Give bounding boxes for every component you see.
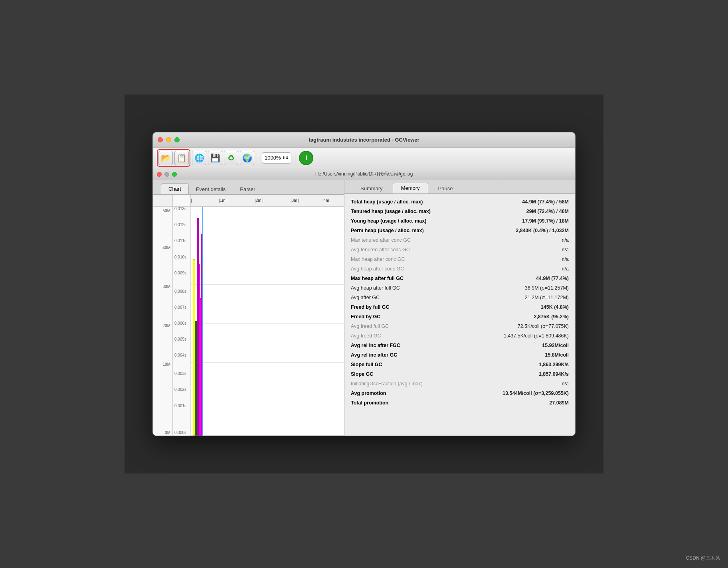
- stats-label: Avg rel inc after FGC: [351, 341, 400, 349]
- stats-label: Avg freed full GC: [351, 322, 389, 330]
- stats-value: n/a: [489, 265, 569, 273]
- sub-window-controls: [157, 172, 177, 177]
- gc-bar-green: [195, 321, 197, 436]
- stats-value: 1,857.094K/s: [489, 370, 569, 378]
- stats-label: Avg tenured after conc GC: [351, 246, 410, 254]
- y2-axis-header: [173, 195, 191, 206]
- stats-value: 44.9M (77.4%) / 58M: [489, 198, 569, 206]
- y2-label-009: 0.009s: [174, 271, 186, 275]
- stats-value: 36.9M (σ=11.257M): [489, 284, 569, 292]
- tab-pause[interactable]: Pause: [430, 183, 461, 193]
- tab-chart[interactable]: Chart: [161, 183, 189, 194]
- info-button[interactable]: i: [299, 151, 313, 165]
- stats-value: 1,863.299K/s: [489, 361, 569, 369]
- stats-row: Avg heap after conc GCn/a: [351, 264, 569, 274]
- stats-label: Young heap (usage / alloc. max): [351, 217, 426, 225]
- stats-label: Total promotion: [351, 399, 388, 407]
- chart-plot: [191, 207, 344, 436]
- tab-parser[interactable]: Parser: [233, 184, 262, 194]
- timeline-4m: |4m: [322, 198, 329, 203]
- app-title: tagtraum industries incorporated - GCVie…: [309, 137, 419, 143]
- y2-label-012: 0.012s: [174, 223, 186, 227]
- stats-value: 3,840K (0.4%) / 1,032M: [489, 227, 569, 235]
- grid-line-17: [191, 246, 344, 246]
- zoom-chevron: ⬆⬇: [282, 156, 289, 160]
- chart-body: 50M 40M 30M 20M 10M 0M 0.013s 0.012s 0.0…: [153, 207, 344, 436]
- y-label-0m: 0M: [165, 430, 170, 435]
- sub-close-button[interactable]: [157, 172, 162, 177]
- stats-row: Avg rel inc after FGC15.92M/coll: [351, 341, 569, 350]
- network-button[interactable]: 🌐: [192, 151, 206, 165]
- stats-row: InitiatingOccFraction (avg / max)n/a: [351, 379, 569, 389]
- stats-row: Max heap after conc GCn/a: [351, 254, 569, 264]
- sub-maximize-button[interactable]: [172, 172, 177, 177]
- close-button[interactable]: [158, 137, 163, 142]
- stats-value: 145K (4.8%): [489, 303, 569, 311]
- stats-value: n/a: [489, 255, 569, 263]
- stats-row: Max tenured after conc GCn/a: [351, 235, 569, 245]
- stats-value: 27.089M: [489, 399, 569, 407]
- chart-timeline: | |1m | |2m | |3m | |4m: [191, 195, 344, 206]
- sub-title-bar: file:/Users/xinning/Public/练习代码/后端/gc.lo…: [153, 168, 575, 180]
- stats-label: Max tenured after conc GC: [351, 236, 411, 244]
- save-button[interactable]: 💾: [208, 151, 222, 165]
- zoom-selector[interactable]: 1000% ⬆⬇: [262, 152, 291, 164]
- timeline-1m: |1m |: [219, 198, 228, 203]
- title-bar: tagtraum industries incorporated - GCVie…: [153, 132, 575, 148]
- stats-label: Perm heap (usage / alloc. max): [351, 227, 424, 235]
- stats-row: Avg tenured after conc GCn/a: [351, 245, 569, 254]
- refresh-button[interactable]: ♻: [224, 151, 238, 165]
- y-label-10m: 10M: [163, 362, 170, 367]
- window-controls: [158, 137, 180, 142]
- sub-minimize-button: [164, 172, 169, 177]
- stats-row: Avg heap after full GC36.9M (σ=11.257M): [351, 283, 569, 293]
- stats-row: Young heap (usage / alloc. max)17.9M (99…: [351, 216, 569, 226]
- maximize-button[interactable]: [174, 137, 180, 142]
- stats-value: 72.5K/coll (σ=77.075K): [489, 322, 569, 330]
- settings-button[interactable]: 🌍: [240, 151, 254, 165]
- y-axis-header: [153, 195, 173, 206]
- toolbar: 📂 📋 🌐 💾 ♻ 🌍 1000% ⬆⬇: [153, 148, 575, 168]
- stats-value: 13.544M/coll (σ=3,259.055K): [489, 389, 569, 397]
- y2-label-004: 0.004s: [174, 353, 186, 357]
- y-label-50m: 50M: [163, 209, 170, 213]
- chart-area: Chart Event details Parser | |1m | |2m |…: [153, 180, 344, 436]
- sub-window: file:/Users/xinning/Public/练习代码/后端/gc.lo…: [153, 168, 575, 436]
- y2-label-006: 0.006s: [174, 321, 186, 325]
- timeline-cursor: |: [191, 198, 192, 203]
- stats-value: 1,437.5K/coll (σ=1,809.486K): [489, 332, 569, 340]
- toolbar-separator-2: [295, 152, 295, 164]
- open-file-button[interactable]: 📂: [158, 151, 173, 165]
- tab-summary[interactable]: Summary: [352, 183, 391, 193]
- stats-label: Max heap after full GC: [351, 274, 404, 282]
- y2-label-007: 0.007s: [174, 305, 186, 310]
- chart-header: | |1m | |2m | |3m | |4m: [153, 195, 344, 207]
- stats-row: Avg freed full GC72.5K/coll (σ=77.075K): [351, 321, 569, 331]
- minimize-button[interactable]: [166, 137, 171, 142]
- stats-row: Freed by full GC145K (4.8%): [351, 302, 569, 312]
- timeline-2m: |2m |: [255, 198, 263, 203]
- y2-label-005: 0.005s: [174, 337, 186, 341]
- stats-label: Freed by full GC: [351, 303, 390, 311]
- stats-value: n/a: [489, 236, 569, 244]
- open-recent-button[interactable]: 📋: [174, 151, 189, 165]
- zoom-value: 1000%: [265, 155, 281, 161]
- stats-value: 21.2M (σ=11.172M): [489, 294, 569, 302]
- grid-line-68: [191, 362, 344, 363]
- position-marker: [202, 207, 203, 436]
- tab-event-details[interactable]: Event details: [189, 184, 233, 194]
- right-tab-bar: Summary Memory Pause: [344, 180, 575, 194]
- y2-label-003: 0.003s: [174, 371, 186, 376]
- grid-line-34: [191, 284, 344, 285]
- timeline-3m: |3m |: [291, 198, 299, 203]
- stats-label: Slope GC: [351, 370, 373, 378]
- y2-label-010: 0.010s: [174, 255, 186, 259]
- stats-row: Freed by GC2,875K (95.2%): [351, 312, 569, 321]
- stats-row: Slope GC1,857.094K/s: [351, 369, 569, 379]
- y2-label-000: 0.000s: [174, 430, 186, 435]
- tab-memory[interactable]: Memory: [393, 183, 428, 193]
- stats-row: Slope full GC1,863.299K/s: [351, 360, 569, 369]
- stats-label: Avg rel inc after GC: [351, 351, 397, 359]
- stats-label: Slope full GC: [351, 361, 382, 369]
- main-content: Chart Event details Parser | |1m | |2m |…: [153, 180, 575, 436]
